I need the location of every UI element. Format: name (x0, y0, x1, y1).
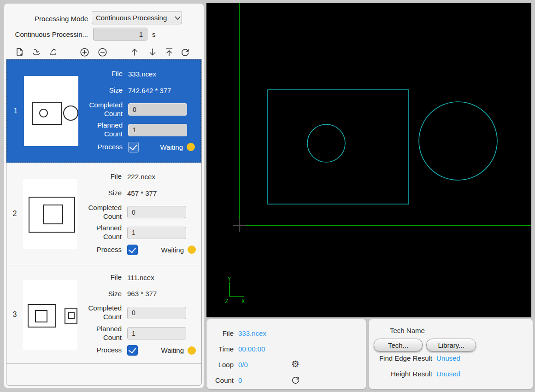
remove-icon[interactable] (97, 47, 108, 58)
status-indicator (187, 143, 195, 151)
completed-count-label: Completed Count (78, 101, 123, 118)
planned-count-label: Planned Count (78, 121, 123, 139)
preview-rect-inner-2 (68, 312, 75, 319)
file-label: File (207, 329, 234, 337)
axis-y-label: Y (228, 276, 231, 282)
move-to-top-icon[interactable] (164, 47, 175, 58)
planned-count-input[interactable] (127, 227, 186, 239)
file-label: File (77, 273, 122, 282)
file-list-item-2[interactable]: 2 File 222.ncex Size 457 * 377 Completed… (6, 163, 201, 265)
file-preview-thumbnail (23, 280, 77, 350)
file-name: 333.ncex (128, 70, 156, 78)
find-edge-result-label: Find Edge Result (369, 354, 432, 362)
file-list-item-1[interactable]: 1 File 333.ncex Size 742.642 * 377 Compl… (6, 59, 201, 163)
file-name: 222.ncex (127, 173, 155, 181)
row-number: 1 (7, 107, 24, 115)
move-down-icon[interactable] (147, 47, 158, 58)
continuous-interval-label: Continuous Processin... (4, 30, 88, 38)
status-label: Waiting (160, 143, 183, 151)
chevron-down-icon (173, 16, 182, 20)
time-label: Time (207, 345, 234, 353)
process-checkbox[interactable] (127, 345, 138, 356)
library-button[interactable]: Library... (426, 339, 476, 351)
planned-count-input[interactable] (127, 327, 186, 339)
size-label: Size (78, 86, 123, 95)
axis-indicator-lines (229, 282, 244, 296)
completed-count-input[interactable] (128, 103, 187, 116)
loop-value: 0/0 (238, 361, 248, 369)
preview-circle-large (63, 105, 78, 121)
file-size: 963 * 377 (127, 290, 157, 298)
part-circle-large (419, 102, 497, 180)
export-file-icon[interactable] (47, 47, 59, 58)
size-label: Size (77, 189, 122, 198)
planned-count-label: Planned Count (77, 224, 122, 241)
process-label: Process (77, 246, 122, 254)
work-canvas[interactable]: Y X Z (206, 3, 531, 317)
row-number: 3 (6, 310, 23, 319)
preview-circle-small (39, 109, 48, 117)
axis-z-label: Z (225, 298, 228, 304)
row-number: 2 (6, 210, 23, 218)
planned-count-label: Planned Count (77, 325, 122, 342)
check-icon (129, 142, 137, 150)
process-label: Process (78, 143, 123, 152)
completed-count-label: Completed Count (77, 204, 122, 221)
tech-button[interactable]: Tech... (374, 339, 423, 351)
file-label: File (77, 172, 122, 181)
run-status-card: File 333.ncex Time 00:00:00 Loop 0/0 ⚙ C… (206, 319, 366, 389)
gear-icon[interactable]: ⚙ (290, 358, 301, 369)
process-checkbox[interactable] (127, 245, 138, 255)
file-preview-thumbnail (23, 179, 77, 249)
tech-name-label: Tech Name (390, 327, 425, 334)
check-icon (129, 245, 136, 253)
completed-count-label: Completed Count (77, 304, 122, 322)
completed-count-input[interactable] (127, 307, 186, 319)
process-label: Process (77, 346, 122, 355)
file-size: 457 * 377 (127, 189, 157, 197)
processing-mode-select[interactable]: Continuous Processing (92, 11, 182, 24)
count-label: Count (207, 376, 234, 384)
preview-rect-inner-1 (35, 310, 47, 322)
status-indicator (188, 346, 196, 355)
new-file-icon[interactable] (14, 47, 25, 58)
file-queue-panel: Processing Mode Continuous Processing Co… (4, 3, 204, 388)
file-list-item-3[interactable]: 3 File 111.ncex Size 963 * 377 Completed… (6, 265, 201, 364)
reset-count-icon[interactable] (290, 374, 301, 385)
check-icon (129, 346, 136, 354)
tech-card: Tech Name Tech... Library... Find Edge R… (369, 319, 533, 389)
file-size: 742.642 * 377 (128, 87, 171, 94)
file-preview-thumbnail (24, 76, 78, 146)
axis-x-label: X (241, 298, 245, 304)
loop-label: Loop (207, 361, 234, 369)
part-rectangle (268, 90, 409, 204)
status-indicator (188, 246, 196, 254)
import-file-icon[interactable] (31, 47, 42, 58)
interval-unit-label: s (152, 30, 156, 38)
reset-icon[interactable] (180, 47, 191, 58)
processing-mode-value: Continuous Processing (96, 14, 173, 22)
elapsed-time-value: 00:00:00 (238, 345, 265, 353)
file-toolbar (4, 45, 204, 60)
part-circle-small (307, 124, 345, 162)
planned-count-input[interactable] (128, 124, 187, 136)
continuous-interval-input[interactable] (93, 28, 147, 41)
height-result-value: Unused (436, 370, 460, 378)
find-edge-result-value: Unused (436, 354, 460, 362)
file-label: File (78, 70, 123, 78)
add-icon[interactable] (79, 47, 90, 58)
status-label: Waiting (161, 246, 184, 254)
size-label: Size (77, 290, 122, 298)
file-name: 111.ncex (127, 274, 154, 281)
move-up-icon[interactable] (129, 47, 140, 58)
completed-count-input[interactable] (127, 206, 186, 218)
canvas-drawing: Y X Z (206, 3, 531, 317)
current-file-value: 333.ncex (238, 329, 266, 337)
processing-mode-label: Processing Mode (4, 15, 88, 23)
count-value: 0 (238, 376, 242, 384)
file-list: 1 File 333.ncex Size 742.642 * 377 Compl… (6, 59, 202, 386)
height-result-label: Height Result (369, 370, 432, 378)
process-checkbox[interactable] (128, 142, 139, 152)
preview-rect-inner (43, 205, 63, 224)
status-label: Waiting (161, 346, 184, 354)
